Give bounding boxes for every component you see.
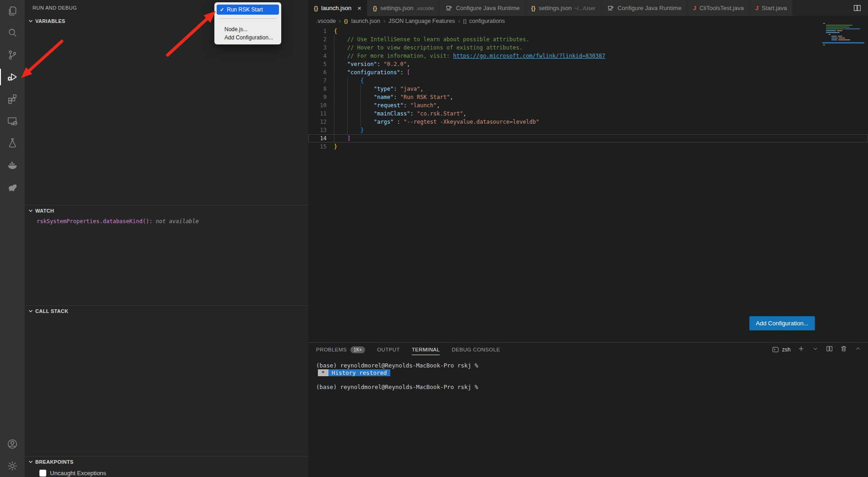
token: { [334,27,337,35]
tab-label: Configure Java Runtime [456,5,519,11]
indent-guide [347,118,360,126]
maximize-panel-button[interactable] [854,345,862,354]
uncaught-exceptions-checkbox[interactable] [39,470,46,477]
indent-guide [347,126,360,134]
token: "args" [374,118,393,126]
tab-settings-json[interactable]: {}settings.json~/.../User [526,0,602,16]
dropdown-item-nodejs[interactable]: Node.js... [214,25,281,33]
tab-settings-json[interactable]: {}settings.json.vscode [367,0,440,16]
terminal-instance[interactable]: zsh [772,346,791,353]
dropdown-separator [219,18,277,19]
code-editor[interactable]: 1{2// Use IntelliSense to learn about po… [308,26,868,342]
code-line-1[interactable]: 1{ [308,27,868,35]
breadcrumb-item[interactable]: configurations [469,18,505,24]
array-brackets-icon: [ ] [463,18,466,24]
debug-config-dropdown: ✓ Run RSK Start Node.js... Add Configura… [214,2,281,44]
java-cup-icon [607,4,614,11]
code-line-15[interactable]: 15} [308,143,868,151]
activity-item-files[interactable] [0,0,25,22]
close-icon[interactable]: × [357,4,361,12]
java-cup-icon [445,4,453,12]
dropdown-item-run-rsk-start[interactable]: ✓ Run RSK Start [217,5,279,15]
token: } [334,143,337,151]
code-line-5[interactable]: 5"version": "0.2.0", [308,60,868,68]
activity-item-test-flask[interactable] [0,132,25,154]
json-braces-icon: {} [314,5,318,11]
dropdown-item-add-configuration[interactable]: Add Configuration... [214,33,281,42]
activity-item-remote-explorer[interactable] [0,110,25,132]
breadcrumb[interactable]: .vscode›{}launch.json›JSON Language Feat… [308,16,868,26]
terminal-output[interactable]: (base) reynoldmorel@Reynolds-MacBook-Pro… [308,356,868,390]
activity-item-extensions[interactable] [0,88,25,110]
tab-description: ~/.../User [574,5,595,11]
watch-section-header[interactable]: WATCH [25,205,308,216]
code-line-10[interactable]: 10"request": "launch", [308,101,868,110]
terminal-dropdown-button[interactable] [812,345,819,354]
split-editor-button[interactable] [853,0,868,16]
panel-tab-debug-console[interactable]: DEBUG CONSOLE [452,343,500,356]
line-number: 10 [308,101,327,110]
breakpoint-row: Uncaught Exceptions [25,467,308,477]
code-line-8[interactable]: 8"type": "java", [308,85,868,93]
panel-tab-output[interactable]: OUTPUT [377,343,400,356]
breadcrumb-item[interactable]: JSON Language Features [388,18,455,24]
watch-value: not available [156,218,199,225]
code-line-14[interactable]: 14] [308,134,868,143]
line-number: 1 [308,27,327,35]
token: "version" [347,60,377,68]
activity-item-gradle-elephant[interactable] [0,176,25,198]
code-line-9[interactable]: 9"name": "Run RSK Start", [308,93,868,101]
activity-item-search[interactable] [0,22,25,44]
watch-expression-row[interactable]: rskSystemProperties.databaseKind(): not … [25,216,308,225]
files-icon [6,5,18,17]
token: : [393,93,400,101]
panel-tab-terminal[interactable]: TERMINAL [412,343,440,356]
indent-guide [334,44,347,52]
breakpoints-section-header[interactable]: BREAKPOINTS [25,456,308,467]
watch-label: WATCH [35,208,54,214]
activity-item-settings-gear[interactable] [0,455,25,477]
tab-start-java[interactable]: JStart.java [750,0,793,16]
code-line-13[interactable]: 13} [308,126,868,134]
activity-item-docker[interactable] [0,154,25,176]
activity-item-source-control[interactable] [0,44,25,66]
code-line-11[interactable]: 11"mainClass": "co.rsk.Start", [308,110,868,118]
code-line-12[interactable]: 12"args" : "--regtest -Xkeyvalue.datasou… [308,118,868,126]
breadcrumb-item[interactable]: launch.json [351,18,380,24]
tab-launch-json[interactable]: {}launch.json× [308,0,367,16]
java-file-icon: J [755,5,759,11]
new-terminal-button[interactable] [797,345,805,354]
breadcrumb-item[interactable]: .vscode [316,18,336,24]
code-line-6[interactable]: 6"configurations": [ [308,68,868,77]
code-line-3[interactable]: 3// Hover to view descriptions of existi… [308,44,868,52]
code-line-4[interactable]: 4// For more information, visit: https:/… [308,52,868,60]
tab-configure-java-runtime[interactable]: Configure Java Runtime [440,0,525,16]
add-configuration-button[interactable]: Add Configuration... [749,316,815,330]
tab-clitoolstest-java[interactable]: JCliToolsTest.java [688,0,750,16]
split-icon [826,345,833,352]
token: "Run RSK Start" [400,93,450,101]
indent-guide [334,110,347,118]
tab-configure-java-runtime[interactable]: Configure Java Runtime [601,0,687,16]
token: : [410,110,416,118]
account-icon [6,438,18,450]
line-number: 12 [308,118,327,126]
code-line-2[interactable]: 2// Use IntelliSense to learn about poss… [308,35,868,44]
token: "java" [400,85,420,93]
tab-label: settings.json [539,5,572,11]
token: "co.rsk.Start" [417,110,463,118]
indent-guide [347,77,360,85]
activity-item-run-debug[interactable] [0,66,25,88]
minimap[interactable] [822,22,864,46]
activity-item-account[interactable] [0,433,25,455]
shell-label: zsh [782,346,791,353]
panel-tab-problems[interactable]: PROBLEMS1K+ [316,343,365,356]
terminal-shell-icon [772,346,779,353]
split-terminal-button[interactable] [826,345,833,354]
kill-terminal-button[interactable] [840,345,847,354]
call-stack-section-header[interactable]: CALL STACK [25,306,308,317]
line-number: 15 [308,143,327,151]
token: "request" [374,101,404,110]
code-line-7[interactable]: 7{ [308,77,868,85]
watch-expression: rskSystemProperties.databaseKind(): [37,218,153,225]
